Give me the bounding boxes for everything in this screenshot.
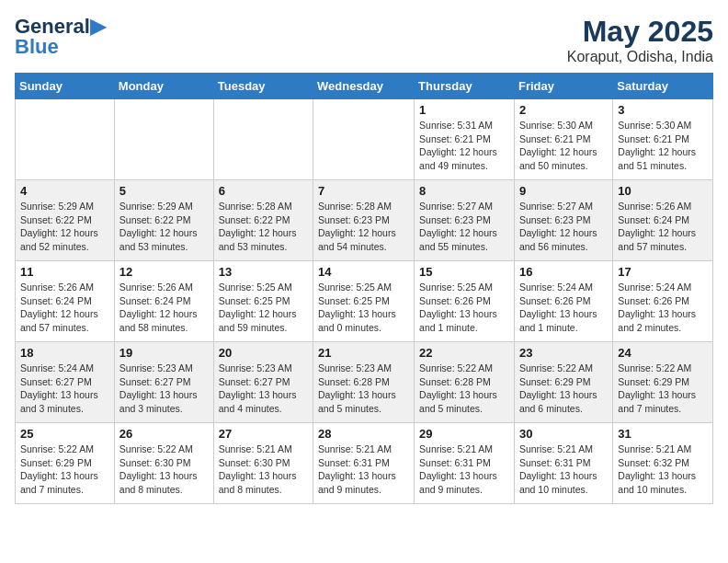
day-number: 15 [419, 265, 509, 279]
week-row-2: 4Sunrise: 5:29 AM Sunset: 6:22 PM Daylig… [16, 180, 713, 261]
day-number: 11 [20, 265, 109, 279]
day-number: 30 [519, 427, 608, 441]
day-info: Sunrise: 5:29 AM Sunset: 6:22 PM Dayligh… [20, 200, 109, 254]
day-number: 3 [618, 103, 708, 117]
day-info: Sunrise: 5:22 AM Sunset: 6:29 PM Dayligh… [20, 442, 109, 497]
day-number: 31 [618, 427, 708, 441]
day-number: 5 [119, 184, 209, 198]
calendar-cell: 13Sunrise: 5:25 AM Sunset: 6:25 PM Dayli… [213, 261, 313, 342]
day-number: 10 [618, 184, 708, 198]
calendar-cell: 9Sunrise: 5:27 AM Sunset: 6:23 PM Daylig… [514, 180, 612, 261]
header-saturday: Saturday [613, 74, 713, 99]
calendar-cell: 28Sunrise: 5:21 AM Sunset: 6:31 PM Dayli… [313, 423, 415, 504]
day-info: Sunrise: 5:21 AM Sunset: 6:31 PM Dayligh… [318, 442, 409, 497]
calendar-cell: 20Sunrise: 5:23 AM Sunset: 6:27 PM Dayli… [213, 342, 313, 423]
day-number: 19 [119, 346, 209, 360]
calendar-cell: 22Sunrise: 5:22 AM Sunset: 6:28 PM Dayli… [415, 342, 515, 423]
day-info: Sunrise: 5:25 AM Sunset: 6:25 PM Dayligh… [318, 281, 409, 335]
day-number: 27 [219, 427, 308, 441]
header-thursday: Thursday [415, 74, 515, 99]
day-info: Sunrise: 5:26 AM Sunset: 6:24 PM Dayligh… [119, 281, 209, 335]
calendar-cell: 5Sunrise: 5:29 AM Sunset: 6:22 PM Daylig… [114, 180, 213, 261]
day-info: Sunrise: 5:30 AM Sunset: 6:21 PM Dayligh… [519, 119, 608, 173]
day-info: Sunrise: 5:26 AM Sunset: 6:24 PM Dayligh… [20, 281, 109, 335]
header-tuesday: Tuesday [213, 74, 313, 99]
header-wednesday: Wednesday [313, 74, 415, 99]
calendar-cell [16, 99, 115, 180]
week-row-4: 18Sunrise: 5:24 AM Sunset: 6:27 PM Dayli… [16, 342, 713, 423]
header-friday: Friday [514, 74, 612, 99]
day-info: Sunrise: 5:23 AM Sunset: 6:27 PM Dayligh… [119, 362, 209, 416]
day-info: Sunrise: 5:28 AM Sunset: 6:22 PM Dayligh… [219, 200, 308, 254]
calendar-cell: 10Sunrise: 5:26 AM Sunset: 6:24 PM Dayli… [613, 180, 713, 261]
calendar-cell: 3Sunrise: 5:30 AM Sunset: 6:21 PM Daylig… [613, 99, 713, 180]
day-info: Sunrise: 5:21 AM Sunset: 6:31 PM Dayligh… [419, 442, 509, 497]
day-info: Sunrise: 5:22 AM Sunset: 6:30 PM Dayligh… [119, 442, 209, 497]
header-monday: Monday [114, 74, 213, 99]
calendar-cell: 6Sunrise: 5:28 AM Sunset: 6:22 PM Daylig… [213, 180, 313, 261]
calendar-cell: 15Sunrise: 5:25 AM Sunset: 6:26 PM Dayli… [415, 261, 515, 342]
day-info: Sunrise: 5:25 AM Sunset: 6:25 PM Dayligh… [219, 281, 308, 335]
day-info: Sunrise: 5:24 AM Sunset: 6:27 PM Dayligh… [20, 362, 109, 416]
day-info: Sunrise: 5:23 AM Sunset: 6:27 PM Dayligh… [219, 362, 308, 416]
month-title: May 2025 [567, 15, 713, 49]
day-info: Sunrise: 5:26 AM Sunset: 6:24 PM Dayligh… [618, 200, 708, 254]
logo-blue: Blue [15, 35, 59, 59]
day-number: 9 [519, 184, 608, 198]
week-row-3: 11Sunrise: 5:26 AM Sunset: 6:24 PM Dayli… [16, 261, 713, 342]
day-info: Sunrise: 5:25 AM Sunset: 6:26 PM Dayligh… [419, 281, 509, 335]
calendar-cell: 19Sunrise: 5:23 AM Sunset: 6:27 PM Dayli… [114, 342, 213, 423]
day-info: Sunrise: 5:27 AM Sunset: 6:23 PM Dayligh… [419, 200, 509, 254]
calendar-cell: 25Sunrise: 5:22 AM Sunset: 6:29 PM Dayli… [16, 423, 115, 504]
day-number: 24 [618, 346, 708, 360]
title-block: May 2025 Koraput, Odisha, India [567, 15, 713, 65]
calendar-cell: 27Sunrise: 5:21 AM Sunset: 6:30 PM Dayli… [213, 423, 313, 504]
day-info: Sunrise: 5:24 AM Sunset: 6:26 PM Dayligh… [618, 281, 708, 335]
calendar-cell: 16Sunrise: 5:24 AM Sunset: 6:26 PM Dayli… [514, 261, 612, 342]
day-number: 14 [318, 265, 409, 279]
calendar-table: SundayMondayTuesdayWednesdayThursdayFrid… [15, 73, 713, 504]
calendar-cell: 23Sunrise: 5:22 AM Sunset: 6:29 PM Dayli… [514, 342, 612, 423]
day-number: 16 [519, 265, 608, 279]
day-number: 7 [318, 184, 409, 198]
day-info: Sunrise: 5:21 AM Sunset: 6:31 PM Dayligh… [519, 442, 608, 497]
day-number: 26 [119, 427, 209, 441]
calendar-cell: 18Sunrise: 5:24 AM Sunset: 6:27 PM Dayli… [16, 342, 115, 423]
calendar-cell: 2Sunrise: 5:30 AM Sunset: 6:21 PM Daylig… [514, 99, 612, 180]
day-info: Sunrise: 5:23 AM Sunset: 6:28 PM Dayligh… [318, 362, 409, 416]
day-info: Sunrise: 5:24 AM Sunset: 6:26 PM Dayligh… [519, 281, 608, 335]
day-number: 22 [419, 346, 509, 360]
day-number: 12 [119, 265, 209, 279]
week-row-5: 25Sunrise: 5:22 AM Sunset: 6:29 PM Dayli… [16, 423, 713, 504]
day-number: 13 [219, 265, 308, 279]
day-info: Sunrise: 5:21 AM Sunset: 6:30 PM Dayligh… [219, 442, 308, 497]
day-info: Sunrise: 5:21 AM Sunset: 6:32 PM Dayligh… [618, 442, 708, 497]
day-number: 18 [20, 346, 109, 360]
day-number: 25 [20, 427, 109, 441]
day-info: Sunrise: 5:31 AM Sunset: 6:21 PM Dayligh… [419, 119, 509, 173]
day-number: 6 [219, 184, 308, 198]
calendar-cell: 12Sunrise: 5:26 AM Sunset: 6:24 PM Dayli… [114, 261, 213, 342]
calendar-cell: 21Sunrise: 5:23 AM Sunset: 6:28 PM Dayli… [313, 342, 415, 423]
day-number: 2 [519, 103, 608, 117]
calendar-cell [114, 99, 213, 180]
day-number: 4 [20, 184, 109, 198]
day-number: 23 [519, 346, 608, 360]
day-number: 17 [618, 265, 708, 279]
header-sunday: Sunday [16, 74, 115, 99]
calendar-cell: 14Sunrise: 5:25 AM Sunset: 6:25 PM Dayli… [313, 261, 415, 342]
calendar-header-row: SundayMondayTuesdayWednesdayThursdayFrid… [16, 74, 713, 99]
day-info: Sunrise: 5:22 AM Sunset: 6:28 PM Dayligh… [419, 362, 509, 416]
day-number: 20 [219, 346, 308, 360]
week-row-1: 1Sunrise: 5:31 AM Sunset: 6:21 PM Daylig… [16, 99, 713, 180]
day-info: Sunrise: 5:28 AM Sunset: 6:23 PM Dayligh… [318, 200, 409, 254]
calendar-cell: 1Sunrise: 5:31 AM Sunset: 6:21 PM Daylig… [415, 99, 515, 180]
calendar-cell: 31Sunrise: 5:21 AM Sunset: 6:32 PM Dayli… [613, 423, 713, 504]
day-info: Sunrise: 5:29 AM Sunset: 6:22 PM Dayligh… [119, 200, 209, 254]
calendar-cell: 17Sunrise: 5:24 AM Sunset: 6:26 PM Dayli… [613, 261, 713, 342]
day-number: 21 [318, 346, 409, 360]
calendar-cell: 11Sunrise: 5:26 AM Sunset: 6:24 PM Dayli… [16, 261, 115, 342]
page-header: General▶ Blue May 2025 Koraput, Odisha, … [15, 15, 713, 65]
subtitle: Koraput, Odisha, India [567, 49, 713, 65]
day-info: Sunrise: 5:27 AM Sunset: 6:23 PM Dayligh… [519, 200, 608, 254]
